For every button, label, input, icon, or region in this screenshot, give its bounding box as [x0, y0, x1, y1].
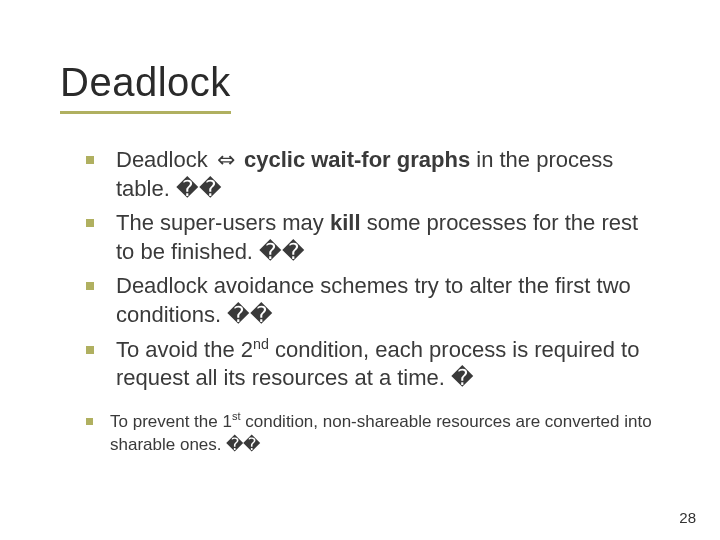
slide: Deadlock Deadlock cyclic wait-for graphs…: [0, 0, 720, 540]
page-number: 28: [679, 509, 696, 526]
sub-bullet-item: To prevent the 1st condition, non-sharea…: [86, 411, 660, 457]
slide-title: Deadlock: [60, 60, 231, 105]
placeholder-glyphs: ��: [176, 176, 222, 201]
text: The super-users may: [116, 210, 330, 235]
iff-icon: [214, 146, 238, 175]
bullet-item: The super-users may kill some processes …: [86, 209, 660, 266]
bullet-item: Deadlock cyclic wait-for graphs in the p…: [86, 146, 660, 203]
ordinal: nd: [253, 335, 269, 351]
text-bold: cyclic wait-for graphs: [244, 147, 470, 172]
bullet-item: To avoid the 2nd condition, each process…: [86, 336, 660, 393]
sub-bullet-list: To prevent the 1st condition, non-sharea…: [86, 411, 660, 457]
bullet-item: Deadlock avoidance schemes try to alter …: [86, 272, 660, 329]
title-underline: Deadlock: [60, 60, 231, 114]
placeholder-glyphs: ��: [227, 302, 273, 327]
text: To avoid the 2: [116, 337, 253, 362]
placeholder-glyphs: ��: [226, 435, 260, 454]
text-bold: kill: [330, 210, 361, 235]
bullet-list: Deadlock cyclic wait-for graphs in the p…: [86, 146, 660, 393]
text: Deadlock avoidance schemes try to alter …: [116, 273, 631, 327]
text: To prevent the 1: [110, 412, 232, 431]
text: Deadlock: [116, 147, 214, 172]
placeholder-glyphs: �: [451, 365, 474, 390]
ordinal: st: [232, 410, 241, 422]
placeholder-glyphs: ��: [259, 239, 305, 264]
